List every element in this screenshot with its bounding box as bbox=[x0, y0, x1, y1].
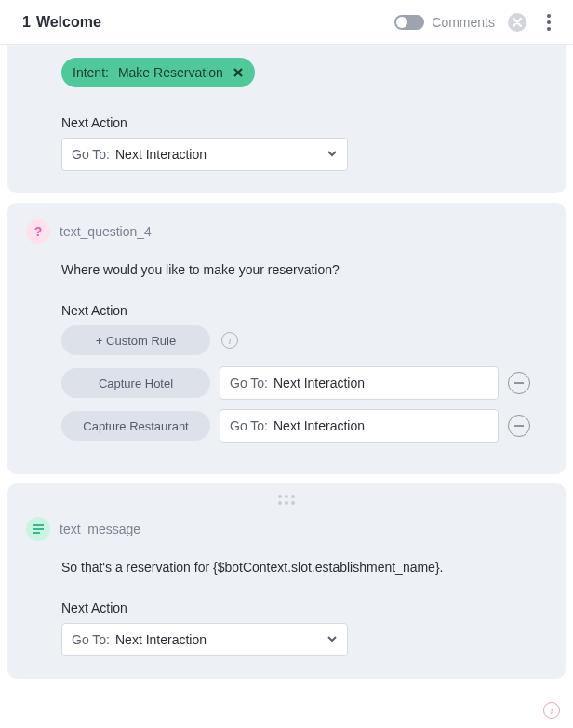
next-action-select[interactable]: Go To: Next Interaction bbox=[61, 138, 348, 171]
node-card-intent: Intent: Make Reservation Next Action Go … bbox=[7, 45, 566, 193]
question-text: Where would you like to make your reserv… bbox=[61, 262, 547, 277]
dialog-header: 1 Welcome Comments bbox=[0, 0, 573, 45]
next-action-label: Next Action bbox=[61, 115, 547, 130]
node-card-question: ? text_question_4 Where would you like t… bbox=[7, 203, 566, 474]
page-info-icon[interactable]: i bbox=[543, 702, 560, 719]
text-lines-icon bbox=[32, 524, 45, 534]
node-card-message: text_message So that's a reservation for… bbox=[7, 483, 566, 679]
capture-button[interactable]: Capture Hotel bbox=[61, 368, 210, 398]
remove-rule-button[interactable] bbox=[508, 415, 530, 437]
comments-toggle-group: Comments bbox=[394, 15, 495, 30]
message-node-icon bbox=[26, 517, 50, 541]
more-menu-button[interactable] bbox=[540, 10, 558, 34]
rule-goto-select[interactable]: Go To: Next Interaction bbox=[220, 409, 499, 443]
question-node-icon: ? bbox=[26, 219, 50, 244]
chevron-down-icon bbox=[326, 632, 338, 647]
close-icon bbox=[513, 18, 522, 27]
intent-chip-label: Intent: bbox=[73, 65, 109, 80]
add-custom-rule-button[interactable]: + Custom Rule bbox=[61, 325, 210, 355]
drag-handle[interactable] bbox=[278, 495, 295, 505]
question-mark-icon: ? bbox=[34, 224, 43, 239]
toggle-knob bbox=[396, 17, 407, 28]
comments-toggle-label: Comments bbox=[432, 15, 495, 30]
minus-icon bbox=[514, 382, 524, 384]
capture-button[interactable]: Capture Restaurant bbox=[61, 411, 210, 441]
select-prefix: Go To: bbox=[72, 147, 110, 162]
dialog-index: 1 bbox=[22, 14, 31, 31]
info-icon[interactable]: i bbox=[221, 332, 238, 349]
close-icon bbox=[233, 67, 244, 78]
rule-row: Capture Hotel Go To: Next Interaction bbox=[61, 366, 547, 400]
remove-rule-button[interactable] bbox=[508, 372, 530, 394]
select-value: Next Interaction bbox=[115, 632, 207, 647]
node-name: text_message bbox=[60, 522, 140, 536]
close-button[interactable] bbox=[508, 13, 526, 32]
select-value: Next Interaction bbox=[273, 418, 365, 433]
dialog-title: Welcome bbox=[36, 14, 101, 31]
select-value: Next Interaction bbox=[273, 376, 365, 390]
select-value: Next Interaction bbox=[115, 147, 207, 162]
rule-goto-select[interactable]: Go To: Next Interaction bbox=[220, 366, 499, 400]
next-action-label: Next Action bbox=[61, 601, 547, 615]
comments-toggle[interactable] bbox=[394, 15, 424, 30]
node-name: text_question_4 bbox=[60, 224, 152, 239]
message-text: So that's a reservation for {$botContext… bbox=[61, 560, 547, 575]
minus-icon bbox=[514, 425, 524, 427]
next-action-label: Next Action bbox=[61, 303, 547, 318]
next-action-select[interactable]: Go To: Next Interaction bbox=[61, 623, 348, 656]
select-prefix: Go To: bbox=[72, 632, 110, 647]
intent-chip-value: Make Reservation bbox=[118, 65, 223, 80]
intent-chip[interactable]: Intent: Make Reservation bbox=[61, 58, 255, 87]
chevron-down-icon bbox=[326, 147, 338, 162]
select-prefix: Go To: bbox=[230, 418, 268, 433]
select-prefix: Go To: bbox=[230, 376, 268, 390]
rule-row: Capture Restaurant Go To: Next Interacti… bbox=[61, 409, 547, 443]
intent-chip-remove[interactable] bbox=[233, 67, 244, 78]
